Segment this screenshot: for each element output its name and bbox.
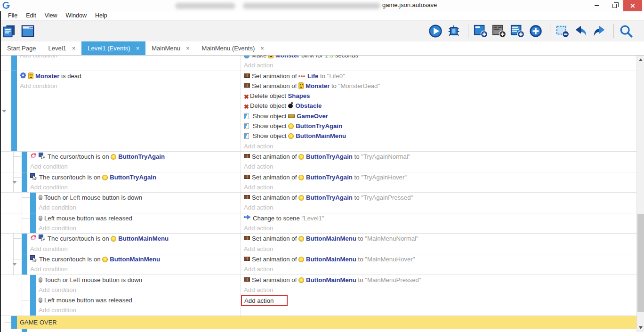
- action-line[interactable]: Show object ButtonMainMenu: [244, 131, 635, 141]
- event-selection-bar[interactable]: [30, 193, 36, 213]
- scene-editor-button[interactable]: [21, 24, 36, 39]
- action-line[interactable]: Show object ButtonTryAgain: [244, 121, 635, 131]
- add-condition-button[interactable]: Add condition: [30, 264, 239, 274]
- add-condition-button[interactable]: Add condition: [20, 81, 239, 91]
- add-condition-button[interactable]: Add condition: [39, 305, 239, 315]
- comment-text[interactable]: GAME OVER: [17, 316, 636, 329]
- condition-line[interactable]: The cursor/touch is on ButtonTryAgain: [30, 152, 239, 162]
- tab-level1[interactable]: Level1×: [42, 41, 81, 55]
- add-condition-button[interactable]: Add condition: [39, 285, 239, 295]
- add-subevent-button[interactable]: [492, 24, 507, 39]
- action-line[interactable]: Set animation of ButtonMainMenu to "Main…: [244, 234, 635, 243]
- add-action-button[interactable]: Add action: [244, 223, 635, 233]
- event-selection-bar[interactable]: [30, 275, 36, 295]
- add-circle-button[interactable]: [529, 24, 544, 39]
- tab-close-icon[interactable]: ×: [72, 45, 76, 52]
- tab-close-icon[interactable]: ×: [186, 45, 190, 52]
- action-line[interactable]: Set animation of ButtonTryAgain to "TryA…: [244, 193, 635, 202]
- action-line[interactable]: Set animation of ButtonMainMenu to "Main…: [244, 254, 635, 264]
- condition-line[interactable]: Left mouse button was released: [39, 295, 239, 305]
- actions-cell: Set animation of ButtonMainMenu to "Main…: [241, 275, 636, 295]
- menu-item-file[interactable]: File: [4, 11, 22, 20]
- add-comment-button[interactable]: [511, 24, 526, 39]
- tab-mainmenu-events-[interactable]: MainMenu (Events)×: [196, 41, 270, 55]
- event-selection-bar[interactable]: [22, 254, 27, 275]
- collapse-arrow-icon[interactable]: [2, 110, 7, 113]
- vertical-scrollbar[interactable]: [636, 56, 644, 332]
- remove-selection-button[interactable]: [556, 24, 571, 39]
- event-selection-bar[interactable]: [22, 329, 27, 332]
- play-button[interactable]: [429, 24, 444, 39]
- collapse-arrow-icon[interactable]: [12, 181, 17, 184]
- add-action-button[interactable]: Add action: [244, 264, 635, 274]
- add-action-button[interactable]: Add action: [244, 244, 635, 254]
- add-condition-button[interactable]: Add condition: [30, 162, 239, 171]
- event-selection-bar[interactable]: [30, 295, 36, 316]
- action-line[interactable]: Set animation of ButtonMainMenu to "Main…: [244, 275, 635, 285]
- debug-button[interactable]: [447, 24, 462, 39]
- condition-line[interactable]: Touch or Left mouse button is down: [39, 193, 239, 202]
- condition-line[interactable]: Touch or Left mouse button is down: [39, 275, 239, 285]
- action-line[interactable]: ✖Delete object Shapes: [244, 91, 635, 101]
- add-condition-button[interactable]: Add condition: [39, 202, 239, 212]
- restore-button[interactable]: [605, 0, 623, 11]
- condition-line[interactable]: The cursor/touch is on ButtonMainMenu: [30, 234, 239, 243]
- invert-icon: [30, 235, 37, 244]
- add-condition-button[interactable]: Add condition: [30, 244, 239, 254]
- condition-line[interactable]: The cursor/touch is on ButtonMainMenu: [30, 254, 239, 264]
- event-selection-bar[interactable]: [30, 213, 36, 234]
- indent-gutter: [0, 213, 30, 234]
- action-line[interactable]: Change to scene "Level1": [244, 213, 635, 223]
- action-line[interactable]: Set animation of ButtonTryAgain to "TryA…: [244, 152, 635, 162]
- action-line[interactable]: Set animation of Monster to "MonsterDead…: [244, 81, 635, 91]
- scroll-up-arrow-icon[interactable]: [639, 58, 643, 61]
- event-selection-bar[interactable]: [22, 152, 27, 172]
- condition-line[interactable]: Left mouse button was released: [39, 213, 239, 223]
- condition-line[interactable]: The cursor/touch is on ButtonTryAgain: [30, 172, 239, 182]
- menu-item-view[interactable]: View: [40, 11, 62, 20]
- scroll-down-arrow-icon[interactable]: [639, 326, 643, 329]
- add-condition-button[interactable]: Add condition: [20, 56, 239, 60]
- collapse-arrow-icon[interactable]: [12, 263, 17, 266]
- condition-line[interactable]: Monster is dead: [20, 71, 239, 81]
- add-action-button[interactable]: Add action: [244, 141, 635, 151]
- tab-mainmenu[interactable]: MainMenu×: [145, 41, 195, 55]
- undo-button[interactable]: [574, 24, 589, 39]
- conditions-cell: Touch or Left mouse button is downAdd co…: [36, 275, 241, 295]
- action-line[interactable]: Set animation of ButtonTryAgain to "TryA…: [244, 172, 635, 182]
- add-action-button[interactable]: Add action: [244, 162, 635, 171]
- add-action-button[interactable]: Add action: [244, 182, 635, 192]
- redo-button[interactable]: [593, 24, 608, 39]
- add-event-button[interactable]: [474, 24, 489, 39]
- tab-close-icon[interactable]: ×: [260, 45, 264, 52]
- action-line[interactable]: Make Monster blink for 1.5 seconds: [244, 56, 635, 60]
- action-line[interactable]: Show object GameOver: [244, 111, 635, 121]
- add-condition-button[interactable]: Add condition: [39, 223, 239, 233]
- search-button[interactable]: [620, 24, 635, 39]
- event-selection-bar[interactable]: [22, 234, 27, 254]
- event-selection-bar[interactable]: [11, 71, 17, 151]
- text-segment: Delete object: [250, 102, 288, 109]
- menu-item-window[interactable]: Window: [62, 11, 91, 20]
- minimize-button[interactable]: [588, 0, 605, 11]
- event-selection-bar[interactable]: [11, 56, 17, 71]
- event-selection-bar[interactable]: [22, 172, 27, 193]
- action-line[interactable]: Set animation of Life to "Life0": [244, 71, 635, 81]
- add-action-button[interactable]: Add action: [244, 285, 635, 295]
- tab-start-page[interactable]: Start Page: [1, 41, 42, 55]
- menu-item-help[interactable]: Help: [91, 11, 112, 20]
- action-line[interactable]: ✖Delete object Obstacle: [244, 101, 635, 111]
- text-segment: to: [318, 73, 327, 80]
- add-condition-button[interactable]: Add condition: [30, 182, 239, 192]
- tab-close-icon[interactable]: ×: [136, 45, 140, 52]
- add-action-button[interactable]: Add action: [244, 60, 635, 70]
- add-action-button[interactable]: Add action: [244, 295, 635, 305]
- tab-level1-events-[interactable]: Level1 (Events)×: [81, 41, 145, 55]
- project-manager-button[interactable]: [3, 24, 18, 39]
- close-button[interactable]: ✕: [623, 0, 642, 11]
- menu-item-edit[interactable]: Edit: [22, 11, 40, 20]
- event-selection-bar[interactable]: [11, 316, 17, 329]
- scrollbar-thumb[interactable]: [637, 214, 644, 312]
- add-action-button[interactable]: Add action: [244, 202, 635, 212]
- event-row: Add conditionMake Monster blink for 1.5 …: [0, 56, 636, 71]
